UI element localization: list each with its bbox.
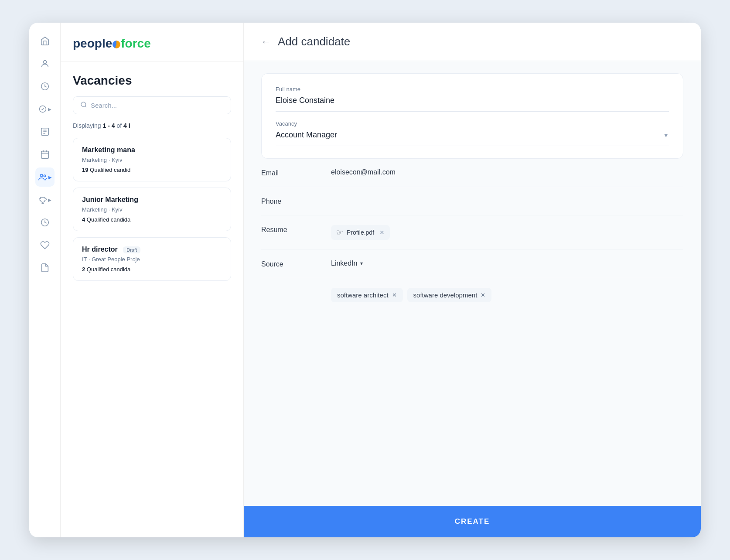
vacancy-candidates: 4 Qualified candida: [82, 216, 222, 223]
vacancy-title: Hr director Draft: [82, 246, 222, 253]
create-button-label: CREATE: [455, 517, 490, 526]
flat-fields: Email eloisecon@mail.com Phone Resume: [244, 159, 701, 312]
vacancy-card[interactable]: Hr director Draft IT · Great People Proj…: [73, 237, 231, 281]
tags-label: [261, 288, 314, 289]
vacancy-value: Account Manager: [276, 130, 337, 140]
email-value[interactable]: eloisecon@mail.com: [331, 168, 396, 176]
app-logo: peopleforce: [73, 37, 231, 51]
resume-field-row: Resume ☞ Profile.pdf ✕: [261, 215, 683, 250]
tags-container: software architect ✕ software developmen…: [331, 288, 683, 302]
vacancy-label: Vacancy: [276, 120, 669, 127]
logo-force: force: [121, 37, 150, 50]
vacancy-candidates: 19 Qualified candid: [82, 167, 222, 173]
email-label: Email: [261, 168, 314, 177]
sidebar-icon-calendar[interactable]: [35, 145, 55, 164]
source-label: Source: [261, 260, 314, 268]
vacancy-title: Junior Marketing: [82, 196, 222, 204]
sidebar-icon-check[interactable]: ▶: [35, 99, 55, 119]
sidebar-icon-history[interactable]: [35, 213, 55, 232]
tag-remove-icon[interactable]: ✕: [481, 292, 485, 298]
sidebar: ▶ ▶ ▶: [29, 23, 61, 537]
svg-rect-7: [41, 151, 48, 159]
resume-pill[interactable]: ☞ Profile.pdf ✕: [331, 225, 390, 240]
back-button[interactable]: ←: [261, 36, 271, 48]
source-dropdown-arrow: ▾: [360, 260, 363, 266]
resume-filename: Profile.pdf: [347, 229, 374, 236]
vacancy-field: Vacancy Account Manager ▼: [276, 120, 669, 146]
vacancy-meta: Marketing · Kyiv: [82, 157, 222, 163]
sidebar-icon-contacts[interactable]: [35, 122, 55, 141]
sidebar-icon-person[interactable]: [35, 54, 55, 73]
vacancies-title: Vacancies: [73, 74, 231, 88]
modal-title: Add candidate: [278, 35, 350, 48]
svg-line-17: [85, 106, 86, 107]
source-dropdown[interactable]: LinkedIn ▾: [331, 260, 363, 267]
displaying-text: Displaying 1 - 4 of 4 i: [73, 122, 231, 129]
svg-point-0: [43, 61, 46, 64]
full-name-value[interactable]: Eloise Constaine: [276, 96, 669, 112]
svg-point-12: [44, 175, 46, 177]
svg-point-11: [40, 174, 43, 177]
vacancy-title: Marketing mana: [82, 146, 222, 154]
phone-label: Phone: [261, 197, 314, 205]
sidebar-icon-home[interactable]: [35, 31, 55, 51]
vacancy-candidates: 2 Qualified candida: [82, 266, 222, 273]
search-icon: [80, 101, 87, 109]
vacancy-meta: Marketing · Kyiv: [82, 206, 222, 213]
search-bar[interactable]: Search...: [73, 96, 231, 114]
resume-remove-button[interactable]: ✕: [379, 229, 385, 236]
svg-point-16: [81, 102, 86, 107]
tag-remove-icon[interactable]: ✕: [392, 292, 397, 298]
sidebar-icon-heart[interactable]: [35, 236, 55, 255]
vacancy-meta: IT · Great People Proje: [82, 256, 222, 263]
tag-label: software development: [413, 291, 478, 299]
sidebar-icon-document[interactable]: [35, 258, 55, 277]
modal-body: Full name Eloise Constaine Vacancy Accou…: [244, 61, 701, 506]
panel-content: Vacancies Search... Displaying 1 - 4 of …: [61, 61, 243, 537]
vacancy-dropdown-arrow: ▼: [663, 132, 669, 139]
logo-area: peopleforce: [61, 23, 243, 61]
email-field-row: Email eloisecon@mail.com: [261, 159, 683, 187]
sidebar-icon-clock[interactable]: [35, 77, 55, 96]
left-panel: peopleforce Vacancies Search... Displayi…: [61, 23, 244, 537]
vacancy-card[interactable]: Junior Marketing Marketing · Kyiv 4 Qual…: [73, 188, 231, 231]
draft-badge: Draft: [123, 246, 140, 253]
source-field-row: Source LinkedIn ▾: [261, 250, 683, 278]
tag-software-architect[interactable]: software architect ✕: [331, 288, 403, 302]
tag-software-development[interactable]: software development ✕: [407, 288, 492, 302]
file-icon: ☞: [336, 228, 343, 237]
resume-label: Resume: [261, 225, 314, 234]
vacancy-row[interactable]: Account Manager ▼: [276, 130, 669, 146]
form-card: Full name Eloise Constaine Vacancy Accou…: [261, 73, 683, 159]
full-name-field: Full name Eloise Constaine: [276, 86, 669, 112]
sidebar-icon-trophy[interactable]: ▶: [35, 190, 55, 209]
tag-label: software architect: [337, 291, 389, 299]
vacancy-card[interactable]: Marketing mana Marketing · Kyiv 19 Quali…: [73, 138, 231, 181]
tags-field-row: software architect ✕ software developmen…: [261, 278, 683, 312]
source-value: LinkedIn: [331, 260, 358, 267]
logo-people: people: [73, 37, 112, 50]
sidebar-icon-people[interactable]: ▶: [35, 167, 55, 187]
modal-header: ← Add candidate: [244, 23, 701, 61]
full-name-label: Full name: [276, 86, 669, 92]
right-panel: ← Add candidate Full name Eloise Constai…: [244, 23, 701, 537]
create-button-bar[interactable]: CREATE: [244, 506, 701, 537]
phone-field-row: Phone: [261, 187, 683, 215]
search-placeholder: Search...: [91, 102, 117, 109]
